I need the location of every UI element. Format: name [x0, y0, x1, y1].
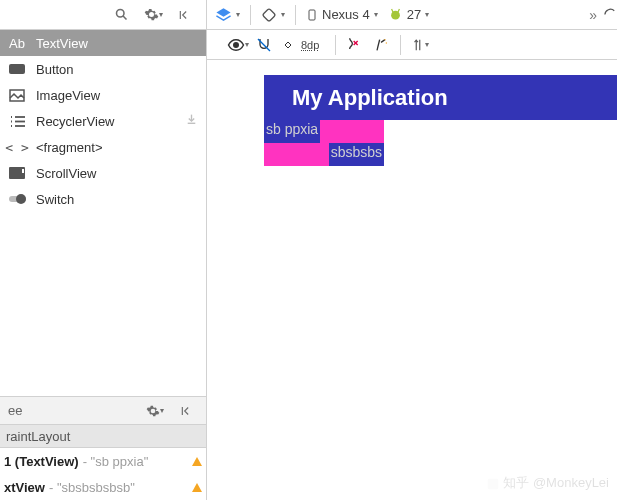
- layers-dropdown[interactable]: ▾: [211, 4, 244, 26]
- api-dropdown[interactable]: 27 ▾: [384, 4, 433, 26]
- eye-icon[interactable]: ▾: [227, 34, 249, 56]
- text-icon: Ab: [8, 34, 26, 52]
- svg-point-26: [385, 39, 386, 40]
- textview-2-text: sbsbsbs: [329, 143, 384, 166]
- palette-item-imageview[interactable]: ImageView: [0, 82, 206, 108]
- palette-label: RecyclerView: [36, 114, 115, 129]
- api-label: 27: [407, 7, 421, 22]
- more-icon[interactable]: »: [589, 7, 597, 23]
- tree-root[interactable]: raintLayout: [0, 424, 206, 448]
- svg-rect-8: [397, 9, 400, 13]
- scrollview-icon: [8, 164, 26, 182]
- collapse-icon[interactable]: [174, 4, 196, 26]
- device-label: Nexus 4: [322, 7, 370, 22]
- watermark: 知乎 @MonkeyLei: [486, 474, 609, 492]
- tree-row[interactable]: 1 (TextView) - "sb ppxia": [0, 448, 206, 474]
- svg-point-0: [116, 10, 124, 18]
- top-toolbar-left: ▾: [0, 0, 207, 29]
- search-icon[interactable]: [110, 4, 132, 26]
- guidelines-icon[interactable]: ▾: [409, 34, 431, 56]
- tree-row-name: 1 (TextView): [4, 454, 79, 469]
- svg-line-1: [123, 16, 126, 19]
- palette-item-fragment[interactable]: < > <fragment>: [0, 134, 206, 160]
- svg-rect-5: [309, 10, 315, 20]
- palette-item-button[interactable]: Button: [0, 56, 206, 82]
- svg-marker-3: [216, 8, 230, 17]
- design-pane: ▾ 8dp ▾ My Application: [207, 30, 617, 500]
- svg-rect-7: [391, 9, 394, 13]
- fragment-icon: < >: [8, 138, 26, 156]
- svg-rect-20: [22, 169, 24, 173]
- svg-rect-4: [262, 8, 275, 21]
- tree-header: ee ▾: [0, 396, 206, 424]
- palette-item-recyclerview[interactable]: RecyclerView: [0, 108, 206, 134]
- default-margin[interactable]: 8dp: [279, 34, 327, 56]
- palette-label: TextView: [36, 36, 88, 51]
- button-icon: [8, 60, 26, 78]
- textview-1[interactable]: sb ppxia: [264, 120, 384, 143]
- textview-1-text: sb ppxia: [264, 120, 320, 143]
- top-toolbar-right: ▾ ▾ Nexus 4 ▾ 27 ▾ »: [207, 0, 617, 29]
- svg-rect-30: [487, 478, 498, 489]
- tree-row-text: - "sb ppxia": [83, 454, 149, 469]
- palette-label: <fragment>: [36, 140, 103, 155]
- list-icon: [8, 112, 26, 130]
- warning-icon: [192, 457, 202, 466]
- palette-item-switch[interactable]: Switch: [0, 186, 206, 212]
- collapse-icon[interactable]: [176, 400, 198, 422]
- tree-header-label: ee: [8, 403, 134, 418]
- design-toolbar: ▾ 8dp ▾: [207, 30, 617, 60]
- clear-constraints-icon[interactable]: [344, 34, 366, 56]
- palette-label: Switch: [36, 192, 74, 207]
- watermark-text: 知乎 @MonkeyLei: [503, 475, 609, 490]
- widget-palette: Ab TextView Button ImageView RecyclerVie…: [0, 30, 206, 212]
- palette-item-scrollview[interactable]: ScrollView: [0, 160, 206, 186]
- palette-label: ImageView: [36, 88, 100, 103]
- textview-2[interactable]: sbsbsbs: [264, 143, 384, 166]
- app-bar: My Application: [264, 75, 617, 120]
- orientation-dropdown[interactable]: ▾: [257, 4, 289, 26]
- gear-icon[interactable]: ▾: [144, 400, 166, 422]
- app-title: My Application: [292, 85, 448, 111]
- design-canvas[interactable]: My Application sb ppxia sbsbsbs: [207, 60, 617, 500]
- gear-icon[interactable]: ▾: [142, 4, 164, 26]
- magnet-icon[interactable]: [253, 34, 275, 56]
- tree-row[interactable]: xtView - "sbsbsbsbsb": [0, 474, 206, 500]
- component-tree: 1 (TextView) - "sb ppxia" xtView - "sbsb…: [0, 448, 206, 500]
- svg-rect-9: [9, 64, 25, 74]
- top-toolbar: ▾ ▾ ▾ Nexus 4 ▾ 27 ▾ »: [0, 0, 617, 30]
- palette-label: ScrollView: [36, 166, 96, 181]
- svg-point-27: [386, 42, 387, 43]
- image-icon: [8, 86, 26, 104]
- tree-row-text: - "sbsbsbsbsb": [49, 480, 135, 495]
- switch-icon: [8, 190, 26, 208]
- margin-value: 8dp: [297, 39, 323, 51]
- palette-label: Button: [36, 62, 74, 77]
- palette-item-textview[interactable]: Ab TextView: [0, 30, 206, 56]
- svg-point-24: [234, 42, 239, 47]
- refresh-icon[interactable]: [599, 4, 617, 26]
- download-icon[interactable]: [185, 113, 198, 129]
- infer-constraints-icon[interactable]: [370, 34, 392, 56]
- svg-point-22: [16, 194, 26, 204]
- tree-row-name: xtView: [4, 480, 45, 495]
- left-pane: Ab TextView Button ImageView RecyclerVie…: [0, 30, 207, 500]
- device-dropdown[interactable]: Nexus 4 ▾: [302, 4, 382, 26]
- warning-icon: [192, 483, 202, 492]
